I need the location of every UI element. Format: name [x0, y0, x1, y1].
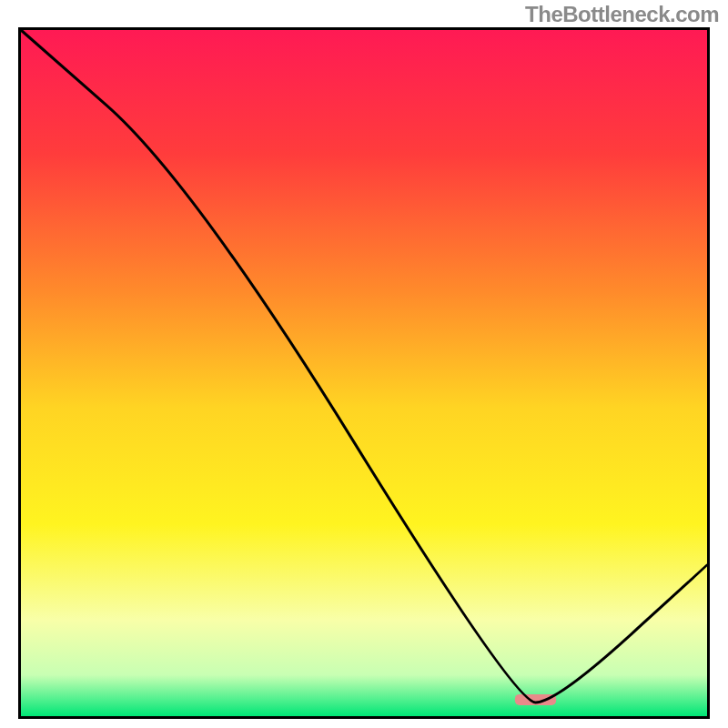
chart-background: [21, 30, 707, 716]
bottleneck-chart: [18, 27, 710, 719]
page: TheBottleneck.com: [0, 0, 728, 728]
watermark-text: TheBottleneck.com: [525, 2, 719, 27]
chart-svg: [18, 27, 710, 719]
